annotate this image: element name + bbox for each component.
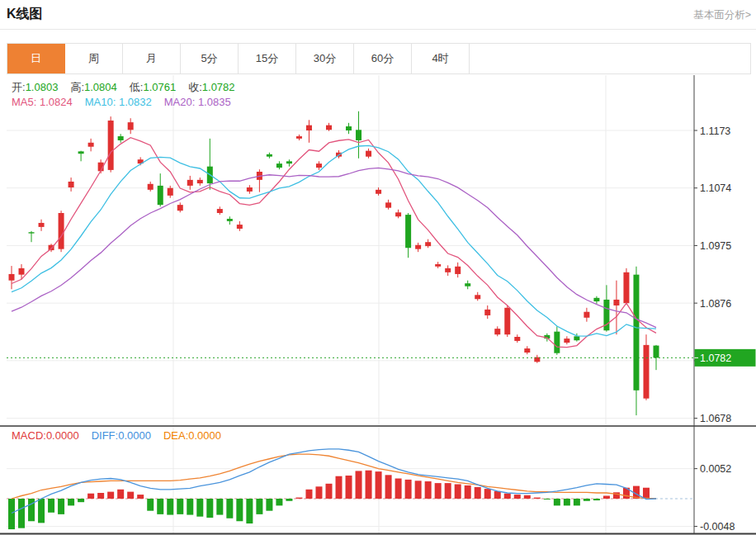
candle-body: [237, 225, 243, 229]
macd-bar: [564, 499, 570, 505]
candle-body: [19, 268, 25, 275]
candle-body: [376, 190, 381, 194]
macd-bar: [216, 499, 223, 515]
candle-body: [475, 295, 480, 299]
candle-body: [197, 180, 203, 183]
macd-bar: [236, 499, 243, 521]
candle-body: [613, 300, 619, 305]
candle-body: [654, 346, 659, 358]
candle-body: [158, 186, 163, 205]
macd-bar: [18, 499, 25, 528]
macd-bar: [524, 495, 531, 499]
macd-bar: [78, 499, 84, 502]
macd-bar: [494, 491, 501, 499]
candle-body: [366, 151, 371, 157]
candle-body: [584, 312, 589, 318]
candle-body: [356, 130, 361, 140]
candle-body: [148, 184, 154, 190]
price-tick-label: 1.0975: [700, 240, 731, 252]
macd-bar: [445, 483, 451, 499]
candle-body: [276, 163, 282, 168]
macd-bar: [346, 476, 352, 499]
candle-body: [346, 126, 352, 130]
candle-body: [316, 163, 322, 168]
macd-bar: [8, 499, 15, 529]
macd-bar: [38, 499, 45, 523]
macd-bar: [276, 499, 282, 505]
candle-body: [484, 310, 490, 315]
candle-body: [118, 136, 124, 140]
macd-bar: [187, 499, 193, 515]
candle-body: [425, 242, 431, 246]
macd-bar: [325, 484, 332, 499]
candle-body: [78, 151, 84, 154]
macd-bar: [395, 479, 402, 499]
candle-body: [554, 332, 560, 353]
macd-bar: [97, 493, 104, 499]
macd-bar: [643, 488, 650, 499]
macd-bar: [356, 471, 362, 499]
macd-bar: [167, 499, 173, 515]
candle-body: [187, 180, 193, 186]
macd-bar: [504, 494, 511, 499]
macd-bar: [48, 499, 54, 513]
macd-bar: [117, 490, 124, 499]
candle-body: [247, 187, 253, 192]
candle-body: [88, 143, 94, 147]
macd-bar: [107, 492, 114, 499]
macd-tick-label: 0.0052: [700, 463, 731, 475]
price-tick-label: 1.1173: [700, 125, 730, 137]
macd-bar: [295, 498, 302, 499]
kline-chart[interactable]: 1.11731.10741.09751.08761.06780.0052-0.0…: [0, 0, 756, 535]
candle-body: [385, 202, 391, 207]
macd-bar: [137, 495, 144, 499]
candle-body: [296, 136, 302, 139]
macd-bar: [58, 499, 64, 514]
candle-body: [504, 308, 510, 334]
candle-body: [593, 298, 599, 301]
candle-body: [306, 125, 312, 130]
macd-bar: [554, 499, 560, 505]
candle-body: [168, 188, 173, 196]
macd-bar: [127, 492, 134, 499]
macd-bar: [584, 499, 590, 501]
macd-bar: [305, 490, 312, 499]
macd-bar: [514, 495, 521, 499]
macd-tick-label: -0.0048: [700, 521, 735, 533]
macd-bar: [475, 487, 481, 499]
current-price-label: 1.0782: [700, 353, 731, 364]
macd-bar: [256, 499, 262, 514]
macd-bar: [286, 499, 292, 501]
macd-bar: [87, 494, 94, 499]
macd-bar: [425, 481, 432, 499]
candle-body: [623, 272, 629, 303]
candle-body: [465, 283, 470, 286]
candle-body: [267, 154, 272, 157]
candle-body: [395, 212, 401, 216]
candle-body: [9, 274, 15, 281]
macd-bar: [603, 496, 610, 499]
macd-bar: [415, 481, 422, 499]
macd-bar: [177, 499, 183, 514]
macd-bar: [147, 499, 154, 511]
candle-body: [108, 121, 114, 170]
candle-body: [177, 205, 183, 211]
candle-body: [415, 245, 421, 249]
candle-body: [445, 268, 451, 272]
macd-bar: [315, 486, 322, 499]
macd-bar: [336, 476, 343, 499]
candle-body: [59, 213, 64, 249]
price-tick-label: 1.0876: [700, 298, 731, 310]
macd-bar: [465, 485, 471, 499]
macd-bar: [534, 498, 541, 499]
macd-bar: [376, 471, 382, 499]
macd-bar: [385, 475, 392, 499]
macd-bar: [206, 499, 213, 518]
macd-bar: [226, 499, 233, 518]
candle-body: [574, 336, 579, 340]
macd-bar: [435, 483, 442, 499]
price-tick-label: 1.1074: [700, 182, 731, 194]
ma10-line: [12, 145, 656, 336]
macd-bar: [157, 499, 163, 514]
candle-body: [514, 337, 520, 341]
